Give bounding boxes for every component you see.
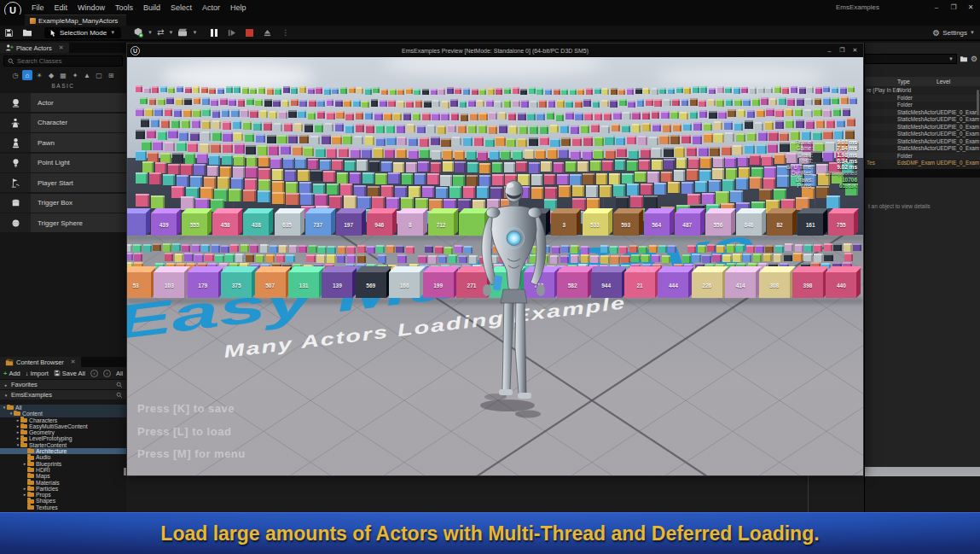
content-browser-tab[interactable]: Content Browser ✕	[0, 357, 81, 367]
step-frame-button[interactable]	[228, 29, 235, 37]
save-all-button[interactable]: Save All	[54, 370, 85, 377]
tree-item-materials[interactable]: Materials	[0, 480, 126, 486]
close-icon[interactable]: ✕	[59, 44, 64, 51]
emsexamples-section[interactable]: ▾EmsExamples	[0, 389, 126, 399]
category-all-classes-icon[interactable]: ⊞	[106, 70, 116, 80]
favorites-section[interactable]: ▸Favorites	[0, 379, 126, 389]
playback-options-icon[interactable]: ⋮	[281, 28, 289, 37]
outliner-row[interactable]: Folder	[865, 95, 980, 102]
import-button[interactable]: ↓Import	[26, 370, 49, 377]
menu-actor[interactable]: Actor	[197, 2, 225, 14]
tree-item-levelprototyping[interactable]: ▸LevelPrototyping	[0, 435, 126, 441]
level-column-header[interactable]: Level	[937, 79, 979, 85]
folder-icon[interactable]	[960, 55, 968, 62]
menu-help[interactable]: Help	[225, 2, 252, 14]
category-geometry-icon[interactable]: ▲	[82, 70, 92, 80]
place-actors-list: ActorCharacterPawnPoint LightPlayer Star…	[0, 93, 126, 232]
tree-item-shapes[interactable]: Shapes	[0, 498, 126, 504]
add-button[interactable]: +Add	[3, 370, 20, 377]
menu-build[interactable]: Build	[138, 2, 165, 14]
minimize-button[interactable]: –	[823, 45, 836, 55]
outliner-row[interactable]: Folder	[865, 153, 980, 160]
place-actor-item-character[interactable]: Character	[0, 114, 126, 132]
menu-window[interactable]: Window	[72, 2, 110, 14]
menu-tools[interactable]: Tools	[110, 2, 138, 14]
tree-item-blueprints[interactable]: ▸Blueprints	[0, 461, 126, 467]
minimize-button[interactable]: –	[930, 2, 943, 13]
tree-item-props[interactable]: ▸Props	[0, 492, 126, 498]
menu-edit[interactable]: Edit	[49, 2, 73, 14]
place-actor-item-trigger-sphere[interactable]: Trigger Sphere	[0, 213, 126, 232]
place-actors-search[interactable]	[3, 55, 123, 67]
type-column-header[interactable]: Type	[897, 79, 937, 85]
category-shapes-icon[interactable]: ◆	[46, 70, 56, 80]
category-basic-icon[interactable]: ⌂	[22, 70, 32, 80]
cinematics-icon[interactable]	[177, 28, 188, 37]
tree-item-maps[interactable]: Maps	[0, 473, 126, 479]
outliner-row[interactable]: StaticMeshActorUEDPIE_0_Exam	[865, 145, 980, 153]
outliner-search-input[interactable]: ▼	[865, 54, 957, 64]
close-button[interactable]: ✕	[849, 45, 861, 55]
numbered-cube: 507	[255, 266, 286, 298]
place-actor-label: Trigger Box	[31, 194, 126, 213]
menu-file[interactable]: File	[26, 2, 49, 14]
outliner-row[interactable]: StaticMeshActorUEDPIE_0_Exam	[865, 138, 980, 146]
add-actor-icon[interactable]	[133, 27, 143, 38]
tree-item-startercontent[interactable]: ▾StarterContent	[0, 442, 126, 448]
category-visual-effects-icon[interactable]: ✦	[70, 70, 80, 80]
outliner-row[interactable]: StaticMeshActorUEDPIE_0_Exam	[865, 124, 980, 131]
place-actor-item-pawn[interactable]: Pawn	[0, 133, 126, 152]
maximize-button[interactable]: ❐	[836, 45, 849, 55]
breadcrumb[interactable]: All	[116, 370, 123, 377]
tree-item-geometry[interactable]: ▸Geometry	[0, 429, 126, 435]
search-icon[interactable]	[116, 392, 123, 399]
tree-item-audio[interactable]: Audio	[0, 454, 126, 460]
place-actor-item-player-start[interactable]: Player Start	[0, 173, 126, 192]
place-actors-tab[interactable]: Place Actors ✕	[0, 43, 69, 53]
outliner-row[interactable]: StaticMeshActorUEDPIE_0_Exam	[865, 116, 980, 124]
preview-title-bar[interactable]: U EmsExamples Preview [NetMode: Standalo…	[127, 44, 863, 57]
maximize-button[interactable]: ❐	[947, 2, 960, 13]
tree-item-hdri[interactable]: HDRI	[0, 467, 126, 473]
eject-button[interactable]	[264, 29, 271, 37]
tree-item-easymultisavecontent[interactable]: ▸EasyMultiSaveContent	[0, 423, 126, 429]
outliner-row[interactable]: StaticMeshActorUEDPIE_0_Exam	[865, 109, 980, 117]
close-button[interactable]: ✕	[964, 2, 977, 13]
panel-splitter[interactable]	[865, 169, 980, 178]
selection-mode-dropdown[interactable]: Selection Mode ▼	[44, 27, 121, 38]
search-classes-input[interactable]	[17, 57, 119, 65]
category-volumes-icon[interactable]: ▢	[94, 70, 104, 80]
place-actor-item-trigger-box[interactable]: Trigger Box	[0, 194, 126, 213]
tab-examplemap-manyactors[interactable]: ExampleMap_ManyActors	[25, 15, 126, 26]
game-viewport[interactable]: Easy Multi Save Many Actors Loading Exam…	[127, 57, 863, 475]
blueprints-icon[interactable]: ⇄	[157, 28, 164, 37]
tree-item-textures[interactable]: Textures	[0, 504, 126, 510]
place-actor-item-point-light[interactable]: Point Light	[0, 154, 126, 172]
cube-number: 226	[702, 283, 711, 289]
tree-item-all[interactable]: ▾All	[0, 405, 126, 411]
forward-icon[interactable]: ›	[103, 370, 111, 377]
import-level-icon[interactable]	[22, 28, 32, 37]
tree-item-architecture[interactable]: Architecture	[0, 448, 126, 454]
pause-button[interactable]	[211, 29, 217, 37]
save-icon[interactable]	[4, 28, 14, 38]
outliner-row[interactable]: re (Play In EdWorld	[865, 87, 980, 95]
close-icon[interactable]: ✕	[71, 359, 76, 365]
tree-item-content[interactable]: ▾Content	[0, 411, 126, 417]
outliner-row[interactable]: TesEdsDMF_ExamUEDPIE_0_Exam	[865, 160, 980, 167]
category-lights-icon[interactable]: ☀	[34, 70, 44, 80]
stop-button[interactable]	[246, 29, 253, 37]
category-cinematic-icon[interactable]: ▦	[58, 70, 68, 80]
back-icon[interactable]: ‹	[90, 370, 98, 377]
category-recently-placed-icon[interactable]: ◷	[10, 70, 20, 80]
tree-item-particles[interactable]: ▸Particles	[0, 486, 126, 492]
scrollbar-thumb[interactable]	[977, 90, 979, 115]
place-actor-item-actor[interactable]: Actor	[0, 93, 126, 112]
outliner-row[interactable]: Folder	[865, 102, 980, 109]
gear-icon[interactable]: ⚙	[971, 55, 977, 63]
tree-item-characters[interactable]: ▸Characters	[0, 417, 126, 423]
outliner-row[interactable]: StaticMeshActorUEDPIE_0_Exam	[865, 131, 980, 138]
search-icon[interactable]	[116, 382, 123, 388]
settings-dropdown[interactable]: ⚙ Settings ▼	[932, 28, 975, 38]
menu-select[interactable]: Select	[165, 2, 197, 14]
